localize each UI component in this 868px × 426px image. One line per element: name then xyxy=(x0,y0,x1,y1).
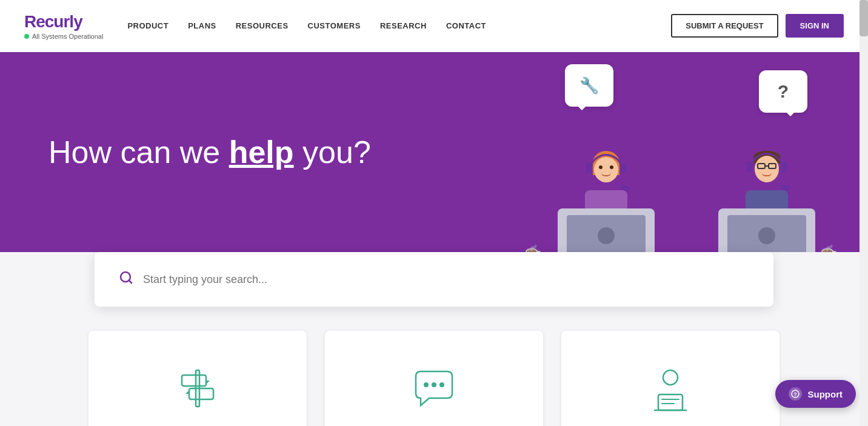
support-fab-label: Support xyxy=(808,389,843,399)
scrollbar-thumb[interactable] xyxy=(860,0,868,36)
nav-actions: SUBMIT A REQUEST SIGN IN xyxy=(671,14,844,38)
support-fab[interactable]: ? Support xyxy=(775,380,856,408)
wrench-icon: 🔧 xyxy=(579,76,599,95)
sign-in-button[interactable]: SIGN IN xyxy=(786,14,844,38)
support-fab-icon: ? xyxy=(789,387,802,401)
logo[interactable]: Recurly xyxy=(24,12,103,32)
nav-links: PRODUCT PLANS RESOURCES CUSTOMERS RESEAR… xyxy=(127,21,671,30)
submit-request-button[interactable]: SUBMIT A REQUEST xyxy=(671,14,778,38)
developer-icon xyxy=(407,361,461,416)
search-input[interactable] xyxy=(143,273,749,286)
status-text: All Systems Operational xyxy=(32,33,103,40)
hero-illustration: 🔧 ? xyxy=(504,64,820,270)
product-docs-icon xyxy=(170,361,225,416)
svg-rect-5 xyxy=(189,388,213,399)
developer-card[interactable]: Developer xyxy=(325,331,543,426)
question-icon: ? xyxy=(778,81,789,102)
svg-marker-4 xyxy=(206,381,210,384)
nav-link-plans[interactable]: PLANS xyxy=(188,21,216,30)
svg-rect-3 xyxy=(182,375,206,386)
cards-section: Product Documentation Developer xyxy=(0,307,868,426)
support-ticket-card[interactable]: Create a Support Ticket xyxy=(561,331,780,426)
search-section xyxy=(0,252,868,307)
svg-point-7 xyxy=(424,382,429,387)
status-dot xyxy=(24,34,29,39)
svg-point-9 xyxy=(439,382,444,387)
search-icon xyxy=(119,270,133,288)
svg-marker-6 xyxy=(185,390,189,394)
wrench-bubble: 🔧 xyxy=(565,64,613,107)
hero-heading-underline: help xyxy=(229,135,294,170)
nav-link-contact[interactable]: CONTACT xyxy=(446,21,486,30)
hero-heading: How can we help you? xyxy=(48,133,371,171)
hero-heading-start: How can we xyxy=(48,135,229,170)
navbar: Recurly All Systems Operational PRODUCT … xyxy=(0,0,868,52)
scrollbar[interactable] xyxy=(860,0,868,426)
svg-point-10 xyxy=(663,370,678,385)
hero-heading-end: you? xyxy=(294,135,371,170)
svg-line-1 xyxy=(129,281,132,283)
product-docs-card[interactable]: Product Documentation xyxy=(88,331,307,426)
nav-link-resources[interactable]: RESOURCES xyxy=(236,21,289,30)
nav-link-customers[interactable]: CUSTOMERS xyxy=(308,21,361,30)
nav-link-product[interactable]: PRODUCT xyxy=(127,21,169,30)
logo-area: Recurly All Systems Operational xyxy=(24,12,103,40)
svg-point-8 xyxy=(432,382,436,387)
search-card xyxy=(95,252,773,307)
status-badge: All Systems Operational xyxy=(24,33,103,40)
svg-rect-11 xyxy=(658,394,683,410)
support-ticket-icon xyxy=(643,361,698,416)
nav-link-research[interactable]: RESEARCH xyxy=(380,21,427,30)
question-bubble: ? xyxy=(759,70,807,113)
svg-text:?: ? xyxy=(793,391,797,398)
